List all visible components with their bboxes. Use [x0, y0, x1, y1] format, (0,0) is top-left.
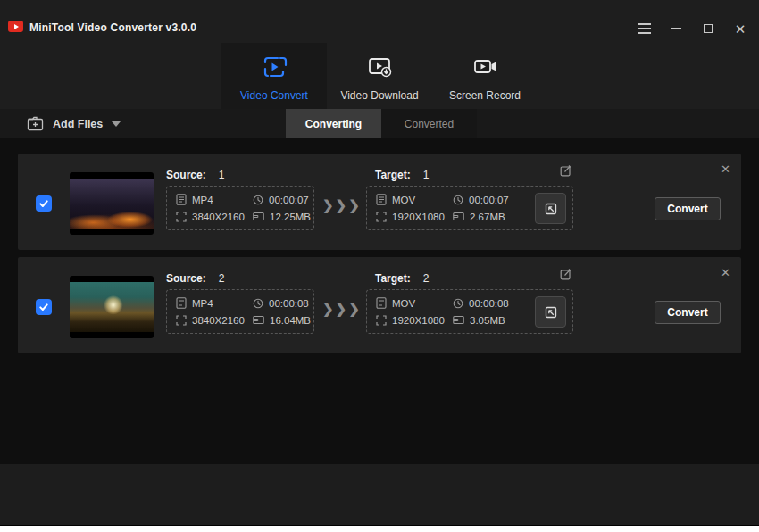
source-format-2: MP4 — [192, 298, 213, 309]
filesize-icon — [453, 315, 464, 325]
file-1-checkbox[interactable] — [36, 195, 52, 212]
convert-button-2[interactable]: Convert — [655, 301, 721, 324]
video-convert-icon — [260, 52, 288, 82]
rename-target-icon[interactable] — [560, 164, 572, 177]
format-icon — [176, 297, 187, 309]
add-files-icon — [27, 116, 44, 131]
source-size-2: 16.04MB — [270, 315, 311, 326]
target-resolution-1: 1920X1080 — [392, 212, 445, 222]
tab-converting[interactable]: Converting — [286, 109, 381, 138]
source-header-2: Source:2 — [166, 272, 224, 285]
tab-screen-record[interactable]: Screen Record — [432, 43, 538, 109]
resolution-icon — [176, 212, 187, 222]
close-window-button[interactable]: ✕ — [730, 20, 750, 37]
list-filter-tabs: Converting Converted — [286, 109, 477, 138]
target-header-1: Target:1 — [375, 169, 429, 181]
target-format-1: MOV — [392, 195, 415, 205]
app-logo-icon — [8, 21, 23, 32]
duration-icon — [253, 195, 263, 205]
file-list: Source:1 MP4 00:00:07 3840X2160 12.25MB … — [0, 138, 759, 464]
file-2-thumbnail — [70, 276, 154, 338]
filesize-icon — [453, 212, 464, 221]
convert-arrows-icon: ❯❯❯ — [322, 301, 362, 317]
rename-target-icon[interactable] — [560, 268, 572, 280]
duration-icon — [453, 298, 463, 309]
remove-file-icon-2[interactable]: ✕ — [721, 266, 730, 279]
remove-file-icon-1[interactable]: ✕ — [721, 162, 730, 176]
maximize-button[interactable] — [698, 20, 718, 37]
target-info-box-1: MOV 00:00:07 1920X1080 2.67MB — [366, 186, 573, 230]
resolution-icon — [376, 212, 387, 222]
resolution-icon — [376, 315, 387, 326]
header: MiniTool Video Converter v3.0.0 ✕ — [0, 0, 759, 109]
target-size-2: 3.05MB — [470, 315, 505, 326]
menu-icon[interactable] — [634, 20, 654, 37]
target-duration-1: 00:00:07 — [469, 195, 509, 205]
format-icon — [376, 297, 387, 309]
target-resolution-2: 1920X1080 — [392, 315, 445, 326]
format-icon — [376, 194, 387, 205]
file-row-2: Source:2 MP4 00:00:08 3840X2160 16.04MB … — [18, 257, 741, 353]
duration-icon — [253, 298, 263, 309]
tab-video-convert[interactable]: Video Convert — [221, 43, 327, 109]
duration-icon — [453, 195, 463, 205]
toolbar: Add Files Converting Converted — [0, 109, 759, 138]
convert-button-1[interactable]: Convert — [655, 197, 721, 220]
filesize-icon — [253, 315, 264, 325]
choose-format-button-1[interactable] — [535, 193, 566, 224]
source-resolution-1: 3840X2160 — [192, 212, 245, 222]
tab-video-convert-label: Video Convert — [240, 89, 308, 102]
target-duration-2: 00:00:08 — [469, 298, 509, 309]
add-files-button[interactable]: Add Files — [27, 109, 121, 138]
minimize-button[interactable] — [666, 20, 686, 37]
format-icon — [176, 194, 187, 205]
source-duration-1: 00:00:07 — [269, 195, 309, 205]
source-size-1: 12.25MB — [270, 212, 311, 222]
titlebar: MiniTool Video Converter v3.0.0 ✕ — [0, 0, 759, 43]
video-download-icon — [365, 52, 394, 82]
source-resolution-2: 3840X2160 — [192, 315, 245, 326]
source-header-1: Source:1 — [166, 169, 224, 181]
window-title: MiniTool Video Converter v3.0.0 — [29, 21, 196, 34]
filesize-icon — [253, 212, 264, 221]
add-files-caret-icon[interactable] — [112, 121, 121, 127]
convert-arrows-icon: ❯❯❯ — [322, 197, 362, 213]
source-duration-2: 00:00:08 — [269, 298, 309, 309]
target-format-2: MOV — [392, 298, 415, 309]
tab-video-download[interactable]: Video Download — [327, 43, 432, 109]
file-2-checkbox[interactable] — [36, 299, 52, 315]
target-header-2: Target:2 — [375, 272, 429, 285]
file-1-thumbnail — [70, 172, 154, 235]
app-window: MiniTool Video Converter v3.0.0 ✕ — [0, 0, 759, 526]
tab-video-download-label: Video Download — [340, 89, 418, 102]
choose-format-button-2[interactable] — [535, 296, 566, 328]
source-info-box-1: MP4 00:00:07 3840X2160 12.25MB — [166, 186, 314, 230]
source-format-1: MP4 — [192, 195, 213, 205]
tab-converted[interactable]: Converted — [381, 109, 477, 138]
main-nav: Video Convert Video Download — [221, 43, 538, 109]
target-info-box-2: MOV 00:00:08 1920X1080 3.05MB — [366, 289, 573, 334]
screen-record-icon — [471, 52, 499, 82]
target-size-1: 2.67MB — [470, 212, 505, 222]
source-info-box-2: MP4 00:00:08 3840X2160 16.04MB — [166, 289, 314, 334]
footer: Output C:\Users\Doreen\Documents\MiniToo… — [0, 464, 759, 526]
resolution-icon — [176, 315, 187, 326]
file-row-1: Source:1 MP4 00:00:07 3840X2160 12.25MB … — [18, 154, 741, 250]
tab-screen-record-label: Screen Record — [449, 89, 521, 102]
add-files-label: Add Files — [53, 118, 103, 130]
